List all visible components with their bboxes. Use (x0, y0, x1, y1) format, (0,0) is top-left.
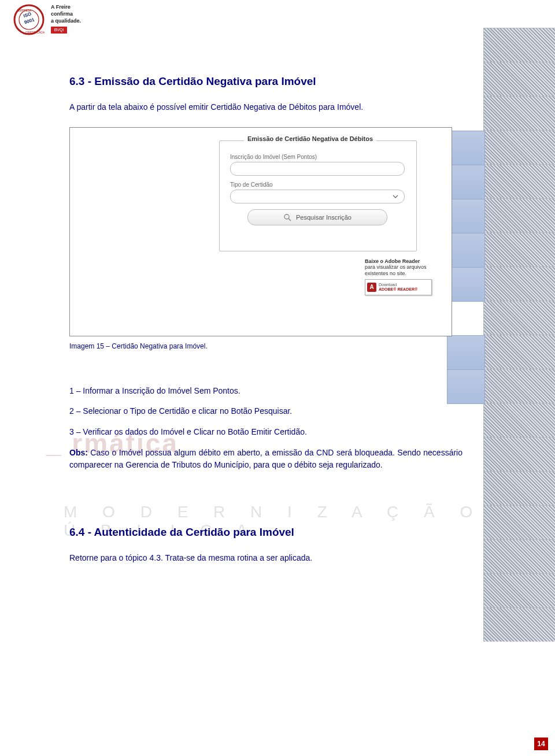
obs-text: Caso o Imóvel possua algum débito em abe… (69, 448, 462, 470)
obs-label: Obs: (69, 448, 88, 457)
footer-divider (69, 733, 486, 734)
section-6-4-title: 6.4 - Autenticidade da Certidão para Imó… (69, 526, 462, 539)
instructions-block: 1 – Informar a Inscrição do Imóvel Sem P… (69, 385, 462, 472)
adobe-line2: para visualizar os arquivos (365, 264, 432, 270)
section-6-4-text: Retorne para o tópico 4.3. Trata-se da m… (69, 553, 462, 564)
header-tagline: A Freire confirma a qualidade. BVQI (51, 3, 81, 34)
step-2: 2 – Selecionar o Tipo de Certidão e clic… (69, 405, 462, 418)
search-icon (283, 213, 291, 221)
tagline-line3: a qualidade. (51, 17, 81, 24)
image-caption: Imagem 15 – Certidão Negativa para Imóve… (69, 342, 462, 350)
step-3: 3 – Verificar os dados do Imóvel e Clica… (69, 426, 462, 439)
label-inscricao: Inscrição do Imóvel (Sem Pontos) (230, 154, 405, 160)
step-1: 1 – Informar a Inscrição do Imóvel Sem P… (69, 385, 462, 398)
adobe-line1: Baixe o Adobe Reader (365, 258, 420, 264)
label-tipo-certidao: Tipo de Certidão (230, 181, 405, 188)
pdf-icon: A (367, 283, 376, 292)
pesquisar-button[interactable]: Pesquisar Inscrição (247, 209, 387, 225)
adobe-reader-label: ADOBE® READER® (379, 287, 417, 292)
input-inscricao[interactable] (230, 162, 405, 176)
svg-line-7 (288, 218, 291, 221)
section-6-3-intro: A partir da tela abaixo é possível emiti… (69, 102, 462, 113)
header-logo: ISO 9001 EMPRESA CERTIFICADA A Freire co… (13, 3, 81, 36)
page-content: 6.3 - Emissão da Certidão Negativa para … (69, 75, 462, 578)
side-pattern (483, 28, 555, 629)
select-tipo-certidao[interactable] (230, 190, 405, 203)
adobe-download-button[interactable]: A Download ADOBE® READER® (365, 279, 432, 295)
bvqi-badge: BVQI (51, 27, 67, 34)
adobe-reader-notice: Baixe o Adobe Reader para visualizar os … (365, 258, 432, 295)
page-number: 14 (534, 738, 548, 750)
svg-point-6 (284, 214, 289, 219)
fieldset-legend: Emissão de Certidão Negativa de Débitos (244, 135, 376, 142)
pesquisar-button-label: Pesquisar Inscrição (296, 214, 352, 221)
tagline-line2: confirma (51, 10, 81, 17)
form-fieldset: Emissão de Certidão Negativa de Débitos … (219, 140, 417, 251)
adobe-line3: existentes no site. (365, 270, 432, 277)
tagline-line1: A Freire (51, 3, 81, 10)
embedded-screenshot: Emissão de Certidão Negativa de Débitos … (69, 127, 452, 336)
adobe-dl-label: Download (379, 283, 417, 287)
chevron-down-icon (391, 192, 399, 201)
svg-text:CERTIFICADA: CERTIFICADA (25, 31, 45, 34)
section-6-3-title: 6.3 - Emissão da Certidão Negativa para … (69, 75, 462, 88)
obs-paragraph: Obs: Caso o Imóvel possua algum débito e… (69, 447, 462, 472)
svg-text:EMPRESA: EMPRESA (17, 9, 32, 12)
iso9001-stamp-icon: ISO 9001 EMPRESA CERTIFICADA (13, 3, 45, 36)
